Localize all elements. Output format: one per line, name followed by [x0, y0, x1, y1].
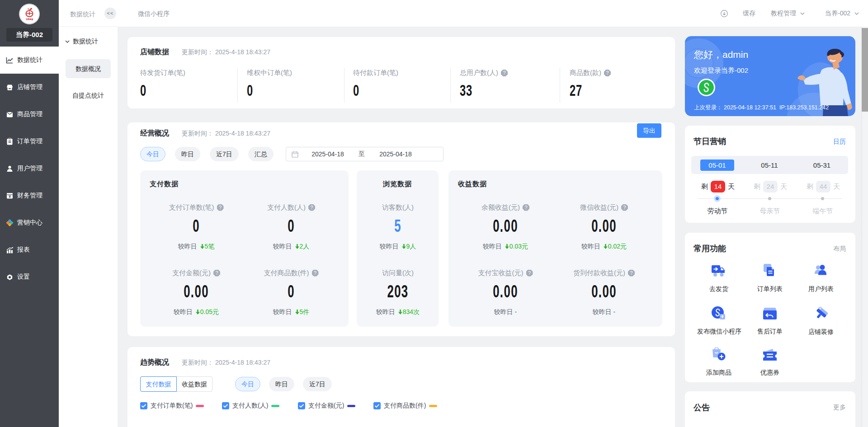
- svg-text:¥: ¥: [9, 194, 11, 199]
